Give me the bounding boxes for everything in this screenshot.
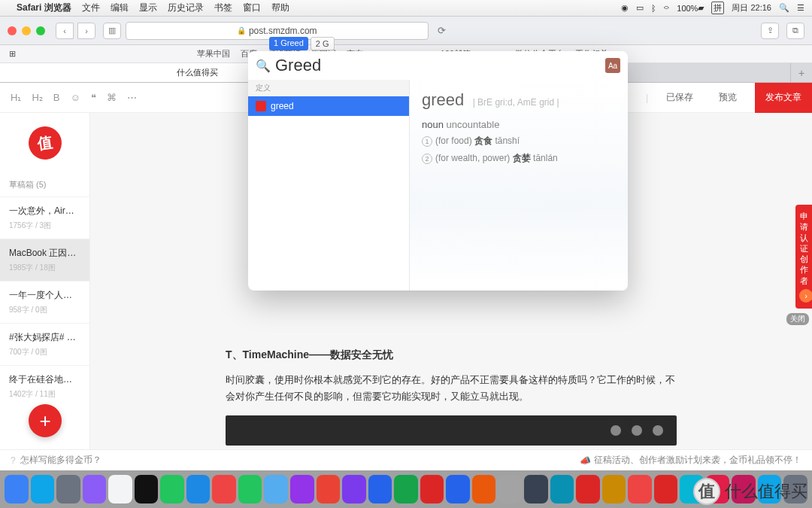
- sidebar-button[interactable]: ▥: [103, 23, 121, 39]
- macos-menubar: Safari 浏览器 文件 编辑 显示 历史记录 书签 窗口 帮助 ◉ ▭ ᛒ …: [0, 0, 812, 17]
- window-controls: [8, 26, 45, 35]
- menu-window[interactable]: 窗口: [243, 2, 261, 14]
- apps-icon[interactable]: ⊞: [9, 49, 16, 59]
- draft-item[interactable]: #张大妈探店# …700字 / 0图: [0, 323, 89, 365]
- dock-app-4[interactable]: [108, 475, 132, 503]
- display-icon[interactable]: ▭: [636, 3, 644, 13]
- app-name[interactable]: Safari 浏览器: [17, 2, 71, 14]
- dock-app-1[interactable]: [31, 475, 55, 503]
- new-draft-button[interactable]: +: [29, 404, 62, 437]
- dock-app-12[interactable]: [317, 475, 341, 503]
- ime-indicator[interactable]: 拼: [711, 2, 724, 14]
- bluetooth-icon[interactable]: ᛒ: [651, 4, 656, 13]
- battery-status[interactable]: 100% ▰: [677, 3, 704, 13]
- window-control-icon: [632, 425, 642, 436]
- fmt-link[interactable]: ⌘: [107, 92, 117, 103]
- drafts-sidebar: 值 草稿箱 (5) 一次意外，Air…1756字 / 3图 MacBook 正因…: [0, 113, 90, 449]
- menu-view[interactable]: 显示: [139, 2, 157, 14]
- fmt-h1[interactable]: H₁: [11, 92, 21, 103]
- dock-app-8[interactable]: [212, 475, 236, 503]
- draft-item[interactable]: 一次意外，Air…1756字 / 3图: [0, 196, 89, 239]
- section-heading: T、TimeMachine——数据安全无忧: [226, 346, 677, 364]
- watermark: 值 什么值得买: [693, 478, 807, 505]
- horn-icon: 📣: [580, 455, 591, 466]
- reload-button[interactable]: ⟳: [433, 23, 451, 39]
- fmt-bold[interactable]: B: [53, 92, 60, 103]
- window-control-icon: [611, 425, 621, 436]
- menu-bookmarks[interactable]: 书签: [214, 2, 232, 14]
- chip-selected[interactable]: 1 Greed: [269, 37, 308, 50]
- publish-button[interactable]: 发布文章: [755, 83, 812, 113]
- spotlight-icon[interactable]: 🔍: [779, 3, 789, 13]
- draft-item[interactable]: 终于在硅谷地…1402字 / 11图: [0, 365, 89, 407]
- dock-app-10[interactable]: [264, 475, 288, 503]
- clock[interactable]: 周日 22:16: [732, 2, 771, 14]
- dock-app-21[interactable]: [550, 475, 574, 503]
- footer-tip[interactable]: 怎样写能多得金币？: [20, 454, 102, 467]
- dock-app-3[interactable]: [83, 475, 107, 503]
- dock-app-18[interactable]: [472, 475, 496, 503]
- new-tab-button[interactable]: +: [791, 67, 812, 79]
- preview-button[interactable]: 预览: [711, 91, 744, 104]
- forward-button[interactable]: ›: [77, 23, 95, 39]
- back-button[interactable]: ‹: [56, 23, 74, 39]
- bookmark-item[interactable]: 苹果中国: [197, 48, 230, 59]
- footer-bar: ? 怎样写能多得金币？ 📣征稿活动、创作者激励计划来袭，金币礼品领不停！: [0, 449, 812, 470]
- notification-icon[interactable]: ☰: [797, 3, 804, 13]
- dock-app-7[interactable]: [186, 475, 211, 503]
- lookup-chips: 1 Greed 2 G: [269, 37, 335, 50]
- site-logo[interactable]: 值: [0, 113, 89, 173]
- draft-item[interactable]: 一年一度个人…958字 / 0图: [0, 281, 89, 323]
- dock-app-25[interactable]: [654, 475, 678, 503]
- result-row-selected[interactable]: greed: [248, 96, 409, 116]
- dock-app-2[interactable]: [56, 475, 80, 503]
- dock-app-13[interactable]: [342, 475, 366, 503]
- close-badge[interactable]: 关闭: [786, 313, 809, 325]
- fmt-quote[interactable]: ❝: [91, 92, 96, 103]
- macos-dock: [0, 470, 812, 508]
- dock-app-5[interactable]: [135, 475, 159, 503]
- window-control-icon: [653, 425, 663, 436]
- dict-source-icon: [256, 101, 266, 111]
- fmt-h2[interactable]: H₂: [32, 92, 42, 103]
- dock-app-6[interactable]: [160, 475, 184, 503]
- dictionary-search-input[interactable]: [275, 56, 601, 75]
- results-section: 定义: [248, 80, 409, 96]
- dock-app-20[interactable]: [524, 475, 548, 503]
- dock-app-19[interactable]: [498, 475, 522, 503]
- help-icon[interactable]: ?: [11, 455, 16, 466]
- chip-alt[interactable]: 2 G: [311, 37, 335, 50]
- draft-item-selected[interactable]: MacBook 正因…1985字 / 18图: [0, 239, 89, 281]
- footer-notice[interactable]: 征稿活动、创作者激励计划来袭，金币礼品领不停！: [594, 454, 801, 467]
- menu-help[interactable]: 帮助: [271, 2, 289, 14]
- close-window[interactable]: [8, 26, 17, 35]
- fmt-emoji[interactable]: ☺: [70, 92, 80, 103]
- creator-badge[interactable]: 申请认证创作者 ›: [795, 205, 812, 309]
- arrow-icon: ›: [799, 289, 812, 303]
- dock-app-11[interactable]: [290, 475, 314, 503]
- watermark-logo: 值: [693, 478, 720, 505]
- fmt-more[interactable]: ⋯: [127, 92, 137, 103]
- dock-app-22[interactable]: [576, 475, 600, 503]
- results-list: 定义 greed: [248, 80, 410, 291]
- menu-edit[interactable]: 编辑: [111, 2, 129, 14]
- minimize-window[interactable]: [22, 26, 31, 35]
- menu-file[interactable]: 文件: [82, 2, 100, 14]
- embedded-image: [226, 415, 677, 446]
- dock-app-14[interactable]: [368, 475, 392, 503]
- tabs-button[interactable]: ⧉: [786, 23, 804, 39]
- pronunciation: | BrE gri:d, AmE grid |: [473, 97, 559, 108]
- maximize-window[interactable]: [36, 26, 45, 35]
- airplay-icon[interactable]: ◉: [621, 3, 629, 13]
- dock-app-15[interactable]: [394, 475, 418, 503]
- dock-app-9[interactable]: [238, 475, 262, 503]
- dock-app-24[interactable]: [628, 475, 652, 503]
- share-button[interactable]: ⇪: [761, 23, 779, 39]
- menu-history[interactable]: 历史记录: [168, 2, 204, 14]
- dock-app-16[interactable]: [420, 475, 444, 503]
- dock-app-23[interactable]: [602, 475, 626, 503]
- dictionary-icon[interactable]: Aa: [605, 58, 620, 73]
- wifi-icon[interactable]: ⌔: [664, 4, 669, 13]
- dock-app-17[interactable]: [446, 475, 470, 503]
- dock-app-0[interactable]: [5, 475, 29, 503]
